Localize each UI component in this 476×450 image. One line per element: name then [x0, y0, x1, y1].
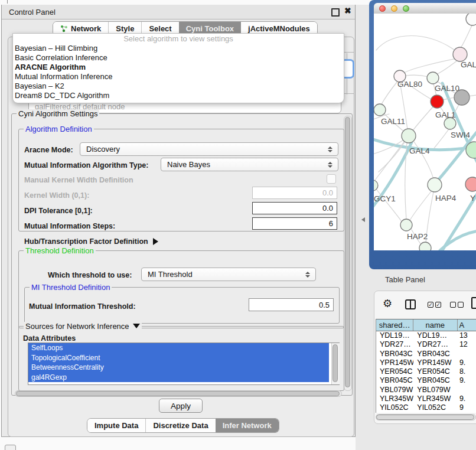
bottom-strip [0, 439, 356, 450]
network-edge [410, 191, 432, 220]
which-threshold-combobox[interactable]: MI Threshold [141, 268, 316, 281]
dropdown-item[interactable]: ARACNE Algorithm [13, 63, 344, 72]
dpi-tolerance-field[interactable] [252, 202, 337, 214]
column-header[interactable]: name [413, 319, 457, 331]
table-row[interactable]: YDL19…YDL19…13 [376, 331, 476, 340]
network-icon [60, 25, 68, 32]
node-label: GAL4 [409, 146, 430, 155]
tab-impute-data[interactable]: Impute Data [87, 419, 145, 432]
column-header[interactable]: shared… [376, 319, 413, 331]
network-node-gal10[interactable] [427, 72, 439, 84]
network-node-gcy1[interactable] [374, 180, 378, 191]
aracne-mode-combobox[interactable]: Discovery [80, 142, 338, 156]
sources-collapse-toggle[interactable]: Sources for Network Inference [24, 322, 142, 331]
settings-hscrollbar-thumb[interactable] [16, 391, 340, 396]
minimize-traffic-light-icon[interactable] [391, 5, 397, 12]
table-cell: YBL079W [376, 386, 413, 394]
data-attributes-list[interactable]: SelfLoopsTopologicalCoefficientBetweenne… [28, 343, 340, 385]
column-header[interactable]: A [458, 319, 476, 331]
tab-label: Discretize Data [153, 421, 208, 430]
node-label: HAP2 [407, 232, 428, 241]
table-row[interactable]: YLR345WYLR345W9. [376, 394, 476, 403]
network-window-titlebar[interactable] [374, 3, 476, 14]
zoom-traffic-light-icon[interactable] [403, 5, 409, 12]
manual-kernel-checkbox[interactable] [327, 174, 336, 184]
control-panel-titlebar: Control Panel ✖ [2, 5, 355, 19]
network-node-gal[interactable] [453, 47, 467, 61]
attribute-list-item[interactable]: TopologicalCoefficient [28, 353, 329, 363]
panel-divider-handle[interactable] [361, 217, 365, 222]
table-row[interactable]: YIL052CYIL052C9 [376, 403, 476, 412]
tab-infer-network[interactable]: Infer Network [216, 419, 279, 432]
node-label: GCY1 [374, 194, 396, 203]
cyni-mode-tabbar: Impute DataDiscretize DataInfer Network [87, 418, 279, 433]
network-node-hap2[interactable] [400, 219, 412, 231]
list-scrollbar-thumb[interactable] [332, 344, 338, 382]
table-row[interactable]: YBL079WYBL079W [376, 386, 476, 394]
dropdown-item[interactable]: Mutual Information Inference [13, 72, 344, 81]
table-cell: YBL079W [413, 386, 458, 394]
network-node[interactable] [466, 14, 476, 25]
float-window-icon[interactable] [331, 8, 340, 17]
dropdown-item[interactable]: Bayesian – K2 [13, 81, 344, 91]
table-row[interactable]: YDR27…YDR27…12 [376, 340, 476, 349]
group-title: Cyni Algorithm Settings [17, 109, 99, 118]
table-cell: YLR345W [376, 394, 413, 403]
close-icon[interactable]: ✖ [344, 6, 351, 15]
network-node-gal11[interactable] [374, 104, 386, 116]
table-cell: YPR145W [413, 358, 458, 367]
mi-steps-field[interactable] [252, 217, 337, 230]
columns-icon[interactable] [405, 299, 416, 309]
network-node-gal4[interactable] [402, 129, 416, 143]
table-row[interactable]: YPR145WYPR145W9. [376, 358, 476, 367]
network-node-gal1[interactable] [431, 95, 444, 108]
network-node-y[interactable] [465, 177, 476, 191]
dpi-tolerance-label: DPI Tolerance [0,1]: [24, 207, 93, 215]
node-label: GAL10 [435, 84, 459, 93]
settings-scrollbar-thumb[interactable] [345, 117, 350, 387]
table-row[interactable]: YBR045CYBR045C9. [376, 376, 476, 385]
kernel-width-field[interactable] [252, 187, 337, 199]
deselect-all-icon[interactable] [450, 302, 464, 308]
tab-discretize-data[interactable]: Discretize Data [145, 419, 215, 432]
top-tick-mark [7, 0, 8, 4]
attribute-list-item[interactable]: SelfLoops [28, 343, 329, 353]
table-cell: YDR27… [413, 340, 458, 349]
network-edge [434, 128, 449, 148]
table-row[interactable]: YBR043CYBR043C [376, 350, 476, 358]
tab-label: Infer Network [223, 421, 272, 430]
dropdown-prompt: Select algorithm to view settings [13, 34, 344, 44]
mi-threshold-field[interactable] [249, 298, 334, 311]
hub-definition-toggle[interactable]: Hub/Transcription Factor Definition [24, 237, 158, 246]
table-cell: YER054C [413, 367, 458, 376]
table-row[interactable]: YER054CYER054C8. [376, 367, 476, 376]
network-node[interactable] [419, 242, 431, 250]
network-node[interactable] [454, 90, 470, 105]
mi-type-combobox[interactable]: Naive Bayes [161, 158, 338, 171]
network-node-swi4[interactable] [444, 118, 456, 129]
tab-label: Impute Data [94, 421, 138, 430]
gear-icon[interactable]: ⚙ [383, 297, 392, 309]
manual-kernel-label: Manual Kernel Width Definition [24, 176, 133, 184]
dropdown-item[interactable]: Bayesian – Hill Climbing [13, 44, 344, 53]
mi-type-label: Mutual Information Algorithm Type: [24, 161, 148, 169]
attribute-list-item[interactable]: gal4RGexp [28, 373, 329, 383]
network-graph[interactable]: GALGAL80GAL10GAL1GAL11SWI4GAL4GCY1HAP4YH… [374, 14, 476, 250]
network-canvas[interactable]: GALGAL80GAL10GAL1GAL11SWI4GAL4GCY1HAP4YH… [374, 14, 476, 250]
close-traffic-light-icon[interactable] [379, 5, 386, 12]
corner-widget-icon[interactable] [5, 445, 16, 450]
dropdown-item[interactable]: Dream8 DC_TDC Algorithm [13, 91, 344, 100]
sources-title: Sources for Network Inference [25, 322, 129, 331]
select-all-icon[interactable]: ✓✓ [428, 302, 441, 308]
page-icon[interactable] [471, 297, 476, 309]
network-node-hap4[interactable] [428, 178, 442, 192]
apply-button[interactable]: Apply [159, 399, 203, 413]
node-table: shared…nameA YDL19…YDL19…13YDR27…YDR27…1… [376, 319, 476, 413]
table-cell: 9. [458, 394, 476, 403]
mi-threshold-label: Mutual Information Threshold: [29, 302, 136, 311]
dropdown-item[interactable]: Basic Correlation Inference [13, 53, 344, 63]
table-hscrollbar-thumb[interactable] [376, 415, 474, 420]
attribute-list-item[interactable]: BetweennessCentrality [28, 363, 329, 373]
tab-label: Network [71, 24, 101, 33]
table-cell: YIL052C [376, 403, 413, 412]
